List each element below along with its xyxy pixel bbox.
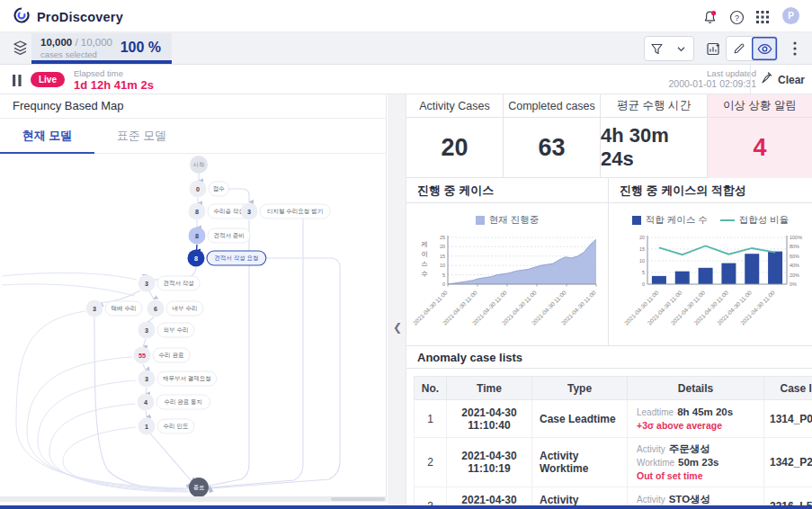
conformance-chart-title: 진행 중 케이스의 적합성 [609, 178, 812, 203]
apps-grid-icon[interactable] [754, 8, 772, 26]
svg-text:10: 10 [639, 258, 645, 263]
filter-toolbar: 10,000 / 10,000 cases selected 100 % [0, 32, 812, 65]
help-icon[interactable]: ? [727, 8, 745, 26]
stat-label: Completed cases [504, 94, 600, 118]
cell: 1314_P0 [764, 400, 812, 438]
activity-node-11[interactable]: 4수리 완료 통지 [138, 394, 210, 411]
svg-text:3: 3 [247, 208, 251, 216]
clear-broom-icon [760, 71, 773, 88]
svg-text:케: 케 [421, 240, 428, 248]
svg-text:택배 수리: 택배 수리 [112, 305, 137, 311]
stat-label: Activity Cases [406, 94, 503, 118]
svg-text:견적서 작성 요청: 견적서 작성 요청 [214, 254, 258, 262]
conformance-bar-line-chart: 051015200%20%40%60%80%100%2021-04-30 11:… [609, 232, 812, 345]
live-badge: Live [31, 72, 65, 87]
activity-node-3[interactable]: 8견적서 준비 [189, 228, 251, 245]
details-cell: Leadtime8h 45m 20s+3σ above average [628, 400, 764, 438]
cases-selected-panel[interactable]: 10,000 / 10,000 cases selected 100 % [31, 33, 172, 64]
svg-text:3: 3 [145, 280, 148, 288]
process-map[interactable]: 시작종료0접수8수리증 작성3디지털 수리요청 받기8견적서 준비8견적서 작성… [0, 154, 387, 496]
activity-node-6[interactable]: 3택배 수리 [86, 300, 143, 317]
filter-dropdown-chevron[interactable] [669, 37, 693, 60]
collapse-chevron-icon[interactable]: ❮ [393, 321, 402, 334]
conformance-chart-panel: 진행 중 케이스의 적합성 적합 케이스 수 접합성 비율 051015200%… [609, 178, 812, 346]
cell: 2 [415, 438, 447, 487]
frequency-map-panel: Frequncy Based Map 현재 모델표준 모델 시작종료0접수8수리… [0, 94, 387, 502]
anomaly-table-head: No.TimeTypeDetailsCase ID [415, 377, 812, 400]
activity-node-7[interactable]: 6내부 수리 [147, 300, 204, 317]
table-row[interactable]: 12021-04-30 11:10:40Case LeadtimeLeadtim… [415, 400, 812, 438]
activity-node-5[interactable]: 3견적서 작성 [138, 275, 201, 292]
activity-node-0[interactable]: 0접수 [190, 181, 229, 198]
activity-node-9[interactable]: 55수리 완료 [134, 347, 191, 364]
svg-text:15: 15 [639, 246, 645, 252]
last-updated-value: 2000-01-01 02:09:31 [669, 78, 757, 89]
legend-label: 접합성 비율 [739, 214, 789, 227]
legend-line-swatch [720, 219, 735, 221]
view-eye-icon[interactable] [752, 37, 777, 60]
svg-text:종료: 종료 [193, 484, 204, 490]
svg-text:6: 6 [154, 305, 157, 313]
column-header[interactable]: Details [628, 377, 764, 400]
notifications-bell-icon[interactable] [700, 8, 718, 26]
svg-text:접수: 접수 [213, 185, 226, 192]
dataset-layers-icon[interactable] [12, 40, 29, 60]
column-header[interactable]: No. [415, 377, 447, 400]
elapsed-time-value: 1d 12h 41m 2s [74, 78, 154, 92]
svg-text:0: 0 [196, 185, 200, 193]
pause-icon[interactable] [13, 74, 22, 90]
svg-text:100%: 100% [790, 235, 802, 240]
scrollbar-thumb[interactable] [331, 497, 385, 501]
more-kebab-icon[interactable] [785, 40, 805, 58]
activity-node-10[interactable]: 3재무부서 결제요청 [138, 371, 217, 388]
activity-node-4[interactable]: 8견적서 작성 요청 [188, 250, 266, 267]
details-cell: Activity주문생성Worktime50m 23sOut of set ti… [628, 438, 764, 487]
activity-node-8[interactable]: 3외부 수리 [138, 322, 195, 339]
svg-text:80%: 80% [790, 244, 799, 249]
activity-node-12[interactable]: 1수리 인도 [138, 418, 195, 435]
svg-text:0: 0 [642, 281, 645, 287]
end-node[interactable]: 종료 [189, 478, 209, 496]
svg-text:0%: 0% [790, 281, 797, 287]
cell: Case Leadtime [532, 400, 628, 438]
add-chart-icon[interactable] [703, 40, 723, 58]
stat-label: 평균 수행 시간 [601, 94, 707, 118]
filter-button[interactable] [645, 37, 669, 60]
svg-text:55: 55 [138, 352, 146, 360]
svg-text:10: 10 [440, 263, 445, 268]
svg-text:내부 수리: 내부 수리 [173, 305, 198, 311]
map-horizontal-scrollbar[interactable] [0, 496, 387, 502]
column-header[interactable]: Case ID [764, 377, 812, 400]
svg-text:견적서 준비: 견적서 준비 [213, 232, 244, 238]
logo-icon [13, 6, 31, 28]
svg-text:8: 8 [195, 208, 199, 216]
anomaly-section: Anomaly case lists No.TimeTypeDetailsCas… [406, 346, 812, 509]
svg-text:1: 1 [145, 423, 148, 431]
column-header[interactable]: Time [447, 377, 532, 400]
tab-model-1[interactable]: 표준 모델 [94, 119, 189, 153]
elapsed-time-label: Elapsed time [74, 68, 123, 78]
start-node[interactable]: 시작 [190, 156, 208, 174]
bottom-accent-bar [0, 505, 812, 509]
svg-text:수리 완료 통지: 수리 완료 통지 [164, 398, 202, 405]
cases-percent: 100 % [120, 40, 161, 56]
column-header[interactable]: Type [532, 377, 628, 400]
svg-text:디지털 수리요청 받기: 디지털 수리요청 받기 [267, 208, 323, 215]
app-title: ProDiscovery [37, 10, 123, 24]
legend-swatch [632, 216, 641, 225]
svg-text:3: 3 [93, 305, 96, 313]
tab-model-0[interactable]: 현재 모델 [0, 119, 94, 153]
clear-button[interactable]: Clear [750, 65, 805, 94]
app-logo[interactable]: ProDiscovery [13, 6, 123, 28]
activity-node-2[interactable]: 3디지털 수리요청 받기 [241, 203, 331, 220]
table-row[interactable]: 22021-04-30 11:10:19Activity WorktimeAct… [415, 438, 812, 487]
svg-text:이: 이 [421, 250, 428, 258]
cell: 1342_P2 [764, 438, 812, 487]
user-avatar[interactable]: P [782, 7, 799, 24]
last-updated: Last updated 2000-01-01 02:09:31 [669, 68, 757, 89]
stat-value: 4 [708, 118, 812, 177]
svg-text:수리 완료: 수리 완료 [159, 352, 184, 358]
stat-label: 이상 상황 알림 [708, 94, 812, 118]
cell: 1 [415, 400, 447, 438]
edit-pencil-icon[interactable] [727, 37, 752, 60]
